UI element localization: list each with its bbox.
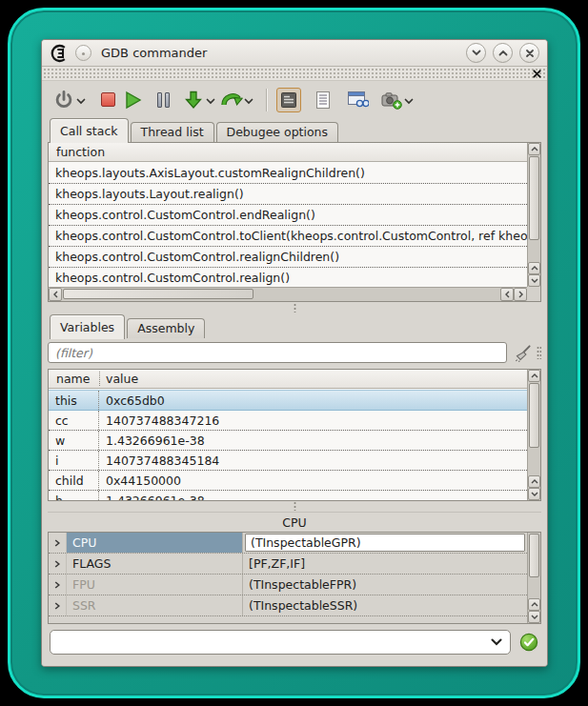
expand-arrow-icon[interactable] (49, 575, 67, 595)
cpu-register-row[interactable]: CPU (TInspectableGPR) (49, 533, 527, 554)
scroll-down-button[interactable] (528, 274, 540, 287)
variables-header[interactable]: name value (49, 370, 540, 389)
cpu-register-row[interactable]: FLAGS [PF,ZF,IF] (49, 554, 527, 575)
broom-icon (514, 344, 532, 362)
scroll-up-button[interactable] (528, 143, 540, 155)
scroll-track[interactable] (528, 155, 540, 262)
desktop-background: GDB commander (0, 0, 588, 706)
watch-window-icon (347, 91, 369, 109)
scrollbar-corner (527, 287, 540, 301)
scroll-right-button[interactable] (514, 288, 527, 301)
variable-row[interactable]: w 1.43266961e-38 (49, 431, 527, 451)
call-stack-row[interactable]: kheops.control.CustomControl.endRealign(… (49, 205, 527, 226)
app-logo-icon (50, 44, 69, 63)
call-stack-panel: function kheops.layouts.AxisLayout.custo… (48, 142, 541, 302)
call-stack-row[interactable]: kheops.control.CustomControl.realign() (49, 268, 527, 287)
power-button[interactable] (51, 88, 76, 112)
scroll-down-button[interactable] (528, 488, 540, 500)
scroll-thumb[interactable] (529, 383, 539, 448)
close-button[interactable] (519, 43, 539, 63)
scroll-up-button[interactable] (528, 475, 540, 488)
scroll-thumb[interactable] (529, 156, 539, 240)
chevron-down-icon (531, 278, 538, 283)
scroll-thumb[interactable] (63, 289, 253, 299)
pause-icon (157, 92, 170, 108)
variable-row[interactable]: i 140737488345184 (49, 451, 527, 471)
stop-button[interactable] (95, 88, 120, 112)
call-stack-header[interactable]: function (49, 143, 540, 162)
variable-row[interactable]: cc 140737488347216 (49, 411, 527, 431)
memory-view-button[interactable] (276, 88, 301, 112)
splitter-handle[interactable] (48, 501, 541, 511)
variable-row[interactable]: child 0x44150000 (49, 471, 527, 491)
step-into-button[interactable] (181, 88, 206, 112)
scroll-down-button[interactable] (528, 611, 540, 623)
column-name[interactable]: name (51, 372, 100, 386)
call-stack-row[interactable]: kheops.layouts.Layout.realign() (49, 184, 527, 205)
column-function[interactable]: function (51, 145, 111, 159)
filter-input[interactable] (48, 342, 507, 363)
variables-vertical-scrollbar[interactable] (527, 370, 540, 500)
column-value[interactable]: value (100, 372, 144, 386)
tab-thread-list[interactable]: Thread list (131, 122, 214, 142)
scroll-track[interactable] (528, 382, 540, 475)
maximize-button[interactable] (493, 43, 513, 63)
variable-row[interactable]: h 1.43266961e-38 (49, 491, 527, 500)
expand-arrow-icon[interactable] (49, 533, 67, 553)
scroll-up-button[interactable] (528, 262, 540, 274)
command-combobox[interactable] (50, 630, 511, 655)
snapshot-add-icon (381, 91, 402, 110)
dock-titlebar[interactable] (42, 67, 547, 81)
scroll-thumb[interactable] (529, 534, 539, 577)
call-stack-row[interactable]: kheops.layouts.AxisLayout.customRealignC… (49, 163, 527, 184)
tab-variables[interactable]: Variables (50, 314, 125, 339)
scroll-up-button[interactable] (528, 598, 540, 611)
cpu-register-row[interactable]: SSR (TInspectableSSR) (49, 595, 527, 616)
scroll-left-button[interactable] (49, 288, 62, 301)
snapshot-add-button[interactable] (379, 88, 404, 112)
messages-button[interactable] (311, 88, 335, 112)
cpu-vertical-scrollbar[interactable] (527, 533, 540, 623)
cpu-register-grid: CPU (TInspectableGPR) FLAGS [PF,ZF,IF] F… (48, 532, 541, 624)
scroll-up-button[interactable] (528, 370, 540, 382)
tab-call-stack[interactable]: Call stack (50, 118, 129, 143)
window-title: GDB commander (101, 46, 466, 60)
run-button[interactable] (120, 88, 145, 112)
power-dropdown[interactable] (76, 97, 88, 107)
scroll-track[interactable] (62, 288, 500, 301)
minimize-button[interactable] (466, 43, 486, 63)
clear-filter-button[interactable] (511, 341, 534, 364)
cpu-register-row[interactable]: FPU (TInspectableFPR) (49, 575, 527, 595)
scroll-track[interactable] (528, 533, 540, 598)
step-into-dropdown[interactable] (206, 97, 217, 107)
call-stack-row[interactable]: kheops.control.CustomControl.toClient(kh… (49, 226, 527, 247)
titlebar[interactable]: GDB commander (42, 40, 547, 67)
pause-button[interactable] (151, 88, 175, 112)
toolbar-separator (266, 89, 268, 111)
snapshot-dropdown[interactable] (404, 97, 416, 107)
dock-grip[interactable] (537, 346, 541, 359)
tab-debugee-options[interactable]: Debugee options (216, 122, 339, 142)
window-menu-button[interactable] (75, 45, 91, 61)
command-input[interactable] (58, 635, 491, 649)
step-over-dropdown[interactable] (244, 97, 255, 107)
variable-row[interactable]: this 0xc65db0 (49, 390, 527, 411)
dock-close-icon[interactable] (533, 70, 541, 78)
call-stack-row[interactable]: kheops.control.CustomControl.realignChil… (49, 247, 527, 268)
chevron-up-icon (531, 373, 538, 378)
call-stack-vertical-scrollbar[interactable] (527, 143, 540, 287)
watch-window-button[interactable] (345, 88, 370, 112)
splitter-handle[interactable] (48, 302, 541, 313)
register-value-editor[interactable]: (TInspectableGPR) (245, 534, 525, 552)
call-stack-horizontal-scrollbar[interactable] (49, 287, 527, 301)
variables-panel: name value this 0xc65db0 cc 140737488347… (48, 369, 541, 501)
scroll-left-button[interactable] (500, 288, 514, 301)
step-over-button[interactable] (219, 88, 244, 112)
chevron-down-icon (531, 615, 538, 619)
expand-arrow-icon[interactable] (49, 595, 67, 615)
tab-assembly[interactable]: Assembly (127, 318, 205, 338)
chevron-down-icon[interactable] (491, 638, 502, 646)
expand-arrow-icon[interactable] (49, 554, 67, 574)
teal-frame: GDB commander (8, 8, 580, 698)
send-command-button[interactable] (518, 632, 539, 653)
